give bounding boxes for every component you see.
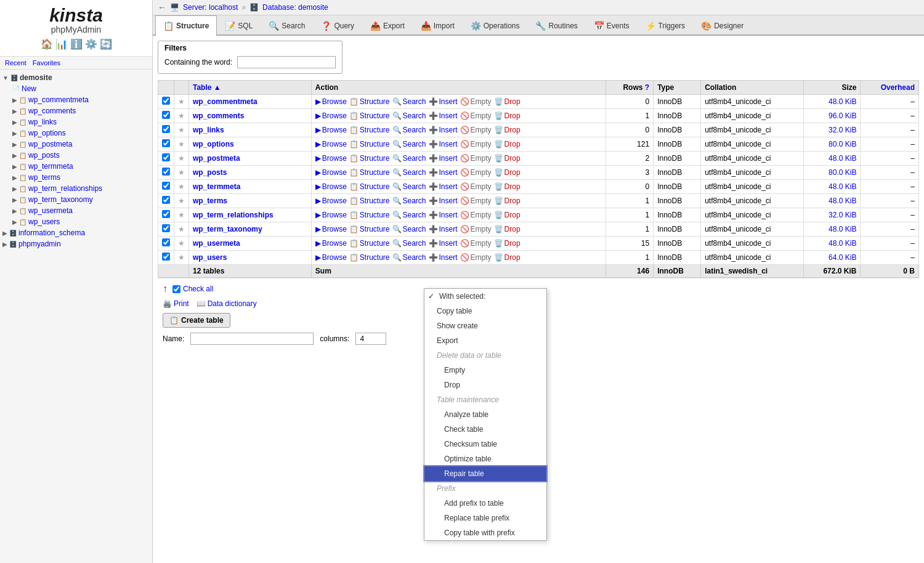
star-icon[interactable]: ★ [178,225,185,233]
empty-link[interactable]: 🚫 Empty [460,239,492,248]
empty-link[interactable]: 🚫 Empty [460,182,492,191]
server-link[interactable]: Server: localhost [183,3,238,12]
row-checkbox[interactable] [162,196,170,204]
row-checkbox[interactable] [162,238,170,246]
table-name-link[interactable]: wp_usermeta [193,239,240,248]
tab-search[interactable]: 🔍 Search [261,15,313,36]
menu-repair-table[interactable]: Repair table [424,466,546,481]
drop-link[interactable]: 🗑️ Drop [494,97,521,106]
row-checkbox[interactable] [162,139,170,147]
menu-copy-table[interactable]: Copy table [424,304,546,318]
browse-link[interactable]: ▶ Browse [315,126,347,134]
browse-link[interactable]: ▶ Browse [315,253,347,262]
tab-sql[interactable]: 📝 SQL [217,15,261,36]
structure-link[interactable]: 📋 Structure [349,239,390,248]
back-button[interactable]: ← [158,2,166,12]
sidebar-item-wp-options[interactable]: ▶ 📋 wp_options [0,128,152,139]
table-name-link[interactable]: wp_comments [193,111,244,120]
create-table-button[interactable]: 📋 Create table [163,313,230,328]
search-link[interactable]: 🔍 Search [392,168,426,177]
table-name-input[interactable] [190,333,314,345]
browse-link[interactable]: ▶ Browse [315,111,347,120]
search-link[interactable]: 🔍 Search [392,225,426,233]
check-all-checkbox[interactable] [172,285,180,293]
check-all-label[interactable]: Check all [172,285,213,293]
browse-link[interactable]: ▶ Browse [315,182,347,191]
drop-link[interactable]: 🗑️ Drop [494,140,521,148]
menu-copy-prefix[interactable]: Copy table with prefix [424,525,546,540]
db-link[interactable]: Database: demosite [262,3,328,12]
table-name-link[interactable]: wp_posts [193,168,227,177]
star-icon[interactable]: ★ [178,140,185,148]
table-name-link[interactable]: wp_term_relationships [193,211,274,219]
menu-drop[interactable]: Drop [424,378,546,392]
sidebar-item-information-schema[interactable]: ▶ 🗄️ information_schema [0,227,152,238]
drop-link[interactable]: 🗑️ Drop [494,211,521,219]
th-rows[interactable]: Rows ? [606,81,654,95]
browse-link[interactable]: ▶ Browse [315,225,347,233]
data-dictionary-link[interactable]: 📖 Data dictionary [197,299,257,308]
structure-link[interactable]: 📋 Structure [349,168,390,177]
insert-link[interactable]: ➕ Insert [429,182,458,191]
tab-operations[interactable]: ⚙️ Operations [463,15,528,36]
insert-link[interactable]: ➕ Insert [429,239,458,248]
insert-link[interactable]: ➕ Insert [429,111,458,120]
menu-check-table[interactable]: Check table [424,422,546,437]
menu-show-create[interactable]: Show create [424,318,546,333]
drop-link[interactable]: 🗑️ Drop [494,154,521,163]
menu-add-prefix[interactable]: Add prefix to table [424,496,546,511]
sidebar-item-wp-terms[interactable]: ▶ 📋 wp_terms [0,172,152,183]
drop-link[interactable]: 🗑️ Drop [494,253,521,262]
search-link[interactable]: 🔍 Search [392,211,426,219]
insert-link[interactable]: ➕ Insert [429,225,458,233]
menu-empty[interactable]: Empty [424,363,546,378]
tab-triggers[interactable]: ⚡ Triggers [638,15,694,36]
insert-link[interactable]: ➕ Insert [429,126,458,134]
info-icon[interactable]: ℹ️ [70,38,83,50]
home-icon[interactable]: 🏠 [41,38,53,50]
structure-link[interactable]: 📋 Structure [349,196,390,205]
row-checkbox[interactable] [162,210,170,218]
drop-link[interactable]: 🗑️ Drop [494,182,521,191]
insert-link[interactable]: ➕ Insert [429,196,458,205]
star-icon[interactable]: ★ [178,168,185,177]
table-name-link[interactable]: wp_term_taxonomy [193,225,262,233]
sidebar-item-wp-links[interactable]: ▶ 📋 wp_links [0,116,152,128]
star-icon[interactable]: ★ [178,97,185,106]
table-name-link[interactable]: wp_options [193,140,234,148]
search-link[interactable]: 🔍 Search [392,126,426,134]
empty-link[interactable]: 🚫 Empty [460,126,492,134]
browse-link[interactable]: ▶ Browse [315,97,347,106]
sidebar-item-wp-term-relationships[interactable]: ▶ 📋 wp_term_relationships [0,183,152,194]
table-name-link[interactable]: wp_links [193,126,224,134]
table-name-link[interactable]: wp_postmeta [193,154,240,163]
sidebar-item-phpmyadmin[interactable]: ▶ 🗄️ phpmyadmin [0,238,152,249]
sidebar-item-wp-comments[interactable]: ▶ 📋 wp_comments [0,105,152,116]
search-link[interactable]: 🔍 Search [392,111,426,120]
sidebar-item-new[interactable]: 📄 New [0,83,152,94]
table-name-link[interactable]: wp_users [193,253,227,262]
insert-link[interactable]: ➕ Insert [429,253,458,262]
empty-link[interactable]: 🚫 Empty [460,196,492,205]
menu-replace-prefix[interactable]: Replace table prefix [424,511,546,525]
row-checkbox[interactable] [162,153,170,161]
empty-link[interactable]: 🚫 Empty [460,225,492,233]
tab-structure[interactable]: 📋 Structure [155,15,217,36]
search-link[interactable]: 🔍 Search [392,140,426,148]
sidebar-item-wp-usermeta[interactable]: ▶ 📋 wp_usermeta [0,205,152,216]
empty-link[interactable]: 🚫 Empty [460,97,492,106]
drop-link[interactable]: 🗑️ Drop [494,168,521,177]
empty-link[interactable]: 🚫 Empty [460,253,492,262]
row-checkbox[interactable] [162,182,170,190]
row-checkbox[interactable] [162,111,170,119]
structure-link[interactable]: 📋 Structure [349,211,390,219]
menu-export[interactable]: Export [424,333,546,348]
table-name-link[interactable]: wp_commentmeta [193,97,257,106]
insert-link[interactable]: ➕ Insert [429,97,458,106]
empty-link[interactable]: 🚫 Empty [460,211,492,219]
structure-link[interactable]: 📋 Structure [349,154,390,163]
favorites-link[interactable]: Favorites [33,59,60,67]
insert-link[interactable]: ➕ Insert [429,154,458,163]
search-link[interactable]: 🔍 Search [392,97,426,106]
menu-checksum-table[interactable]: Checksum table [424,437,546,452]
